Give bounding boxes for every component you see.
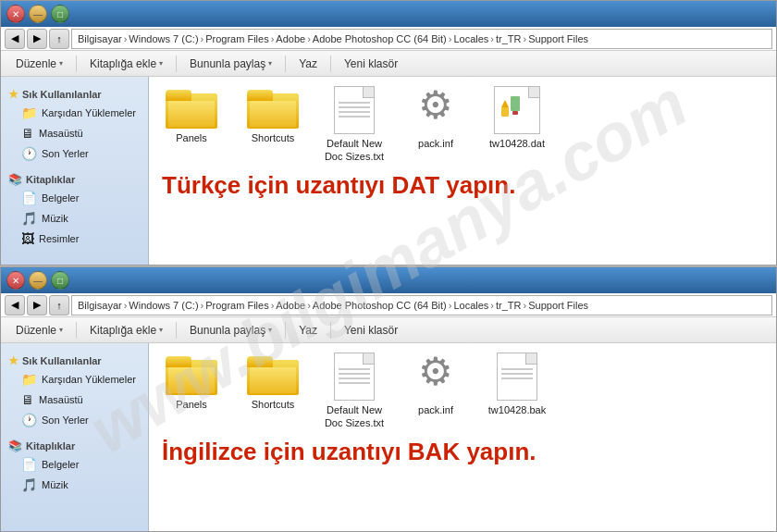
toolbar-paylas-bottom[interactable]: Bununla paylaş ▾ [182, 320, 279, 340]
window-top: ✕ — □ ◀ ▶ ↑ Bilgisayar › Windows 7 (C:) … [0, 0, 777, 266]
chevron-icon: ▾ [159, 59, 163, 68]
file-doc-top[interactable]: Default New Doc Sizes.txt [321, 86, 388, 164]
back-button-top[interactable]: ◀ [5, 29, 25, 49]
content-area-top: ★ Sık Kullanılanlar 📁 Karşıdan Yüklemele… [1, 77, 776, 265]
breadcrumb-item: Windows 7 (C:) [129, 33, 198, 44]
toolbar-duzenle-top[interactable]: Düzenle ▾ [8, 54, 70, 74]
forward-button-top[interactable]: ▶ [27, 29, 47, 49]
maximize-button-bottom[interactable]: □ [51, 271, 69, 290]
file-doc-bottom[interactable]: Default New Doc Sizes.txt [321, 353, 388, 430]
docs-icon: 📄 [21, 457, 37, 472]
toolbar-sep [285, 322, 286, 339]
toolbar-sep [176, 322, 177, 339]
svg-rect-0 [501, 107, 509, 117]
sidebar-item-recent-bottom[interactable]: 🕐 Son Yerler [1, 410, 148, 430]
library-icon: 📚 [8, 173, 22, 186]
minimize-button-bottom[interactable]: — [29, 271, 47, 290]
breadcrumb-item: Support Files [528, 33, 588, 44]
breadcrumb-path-top[interactable]: Bilgisayar › Windows 7 (C:) › Program Fi… [71, 29, 772, 49]
breadcrumb-item: tr_TR [496, 300, 522, 311]
toolbar-duzenle-bottom[interactable]: Düzenle ▾ [8, 320, 70, 340]
up-button-bottom[interactable]: ↑ [49, 295, 69, 315]
toolbar-paylas-top[interactable]: Bununla paylaş ▾ [182, 54, 279, 74]
breadcrumb-item: tr_TR [496, 33, 522, 44]
desktop-icon: 🖥 [21, 126, 34, 141]
docs-icon: 📄 [21, 191, 37, 205]
sidebar-item-downloads-top[interactable]: 📁 Karşıdan Yüklemeler [1, 103, 148, 123]
doc-icon-large-2 [334, 353, 375, 401]
back-button-bottom[interactable]: ◀ [5, 295, 25, 315]
doc-icon-large [334, 86, 375, 134]
files-grid-bottom: Panels Shortcuts [158, 353, 767, 430]
dat-icon-large [494, 86, 540, 134]
folder-icon: 📁 [21, 105, 37, 120]
file-inf-top[interactable]: ⚙ pack.inf [402, 86, 469, 150]
address-bar-bottom: ◀ ▶ ↑ Bilgisayar › Windows 7 (C:) › Prog… [1, 293, 776, 317]
folder-icon-large [166, 86, 217, 129]
recent-icon: 🕐 [21, 146, 37, 161]
minimize-button-top[interactable]: — [29, 5, 47, 23]
breadcrumb-item: Support Files [528, 300, 588, 311]
toolbar-sep [330, 56, 331, 72]
breadcrumb-item: Locales [453, 33, 488, 44]
breadcrumb-item: Windows 7 (C:) [129, 300, 198, 311]
toolbar-kitapliga-bottom[interactable]: Kitaplığa ekle ▾ [82, 320, 170, 340]
file-shortcuts-bottom[interactable]: Shortcuts [240, 353, 306, 411]
breadcrumb-item: Adobe [276, 33, 305, 44]
sidebar-item-recent-top[interactable]: 🕐 Son Yerler [1, 143, 148, 164]
files-grid-top: Panels Shortcuts [158, 86, 767, 164]
music-icon: 🎵 [21, 477, 37, 492]
sidebar-item-docs-top[interactable]: 📄 Belgeler [1, 188, 148, 208]
window-bottom: ✕ — □ ◀ ▶ ↑ Bilgisayar › Windows 7 (C:) … [0, 266, 777, 532]
star-icon: ★ [8, 88, 18, 101]
annotation-text-bottom: İngilizce için uzantıyı BAK yapın. [158, 438, 767, 466]
breadcrumb-path-bottom[interactable]: Bilgisayar › Windows 7 (C:) › Program Fi… [71, 295, 772, 315]
sidebar-item-pictures-top[interactable]: 🖼 Resimler [1, 229, 148, 249]
sidebar-item-desktop-top[interactable]: 🖥 Masaüstü [1, 123, 148, 143]
title-bar-bottom: ✕ — □ [1, 267, 776, 293]
breadcrumb-item: Adobe Photoshop CC (64 Bit) [313, 300, 447, 311]
bak-icon-large [497, 353, 537, 401]
toolbar-top: Düzenle ▾ Kitaplığa ekle ▾ Bununla payla… [1, 51, 776, 77]
forward-button-bottom[interactable]: ▶ [27, 295, 47, 315]
file-inf-bottom[interactable]: ⚙ pack.inf [402, 353, 469, 416]
file-bak-bottom[interactable]: tw10428.bak [484, 353, 550, 416]
recent-icon: 🕐 [21, 413, 37, 427]
breadcrumb-item: Program Files [205, 33, 268, 44]
toolbar-kitapliga-top[interactable]: Kitaplığa ekle ▾ [82, 54, 170, 74]
breadcrumb-item: Bilgisayar [78, 300, 122, 311]
file-panels-bottom[interactable]: Panels [158, 353, 225, 411]
folder-icon-large [166, 353, 217, 395]
chevron-icon: ▾ [159, 326, 163, 334]
toolbar-sep [76, 322, 77, 339]
sidebar-item-docs-bottom[interactable]: 📄 Belgeler [1, 454, 148, 475]
toolbar-yeni-klasor-bottom[interactable]: Yeni klasör [337, 320, 405, 340]
close-button-bottom[interactable]: ✕ [6, 271, 25, 290]
close-button-top[interactable]: ✕ [6, 5, 25, 23]
folder-icon: 📁 [21, 372, 37, 387]
file-panels-top[interactable]: Panels [158, 86, 225, 144]
breadcrumb-item: Adobe [276, 300, 305, 311]
sidebar-item-downloads-bottom[interactable]: 📁 Karşıdan Yüklemeler [1, 369, 148, 390]
up-button-top[interactable]: ↑ [49, 29, 69, 49]
toolbar-yaz-top[interactable]: Yaz [291, 54, 325, 74]
star-icon: ★ [8, 354, 18, 367]
chevron-icon: ▾ [268, 59, 272, 68]
sidebar-item-desktop-bottom[interactable]: 🖥 Masaüstü [1, 390, 148, 410]
toolbar-yeni-klasor-top[interactable]: Yeni klasör [337, 54, 405, 74]
toolbar-yaz-bottom[interactable]: Yaz [291, 320, 325, 340]
maximize-button-top[interactable]: □ [51, 5, 69, 23]
sidebar-item-music-top[interactable]: 🎵 Müzik [1, 208, 148, 229]
sidebar-section-libraries-bottom: 📚 Kitaplıklar [1, 436, 148, 454]
file-dat-top[interactable]: tw10428.dat [484, 86, 550, 150]
sidebar-section-favorites-bottom: ★ Sık Kullanılanlar [1, 351, 148, 369]
sidebar-item-music-bottom[interactable]: 🎵 Müzik [1, 475, 148, 495]
svg-marker-1 [501, 100, 509, 107]
breadcrumb-item: Program Files [205, 300, 268, 311]
toolbar-sep [285, 56, 286, 72]
main-files-top: Panels Shortcuts [149, 77, 776, 265]
music-icon: 🎵 [21, 211, 37, 226]
content-area-bottom: ★ Sık Kullanılanlar 📁 Karşıdan Yüklemele… [1, 343, 776, 531]
sidebar-section-favorites-top: ★ Sık Kullanılanlar [1, 84, 148, 103]
file-shortcuts-top[interactable]: Shortcuts [240, 86, 306, 144]
